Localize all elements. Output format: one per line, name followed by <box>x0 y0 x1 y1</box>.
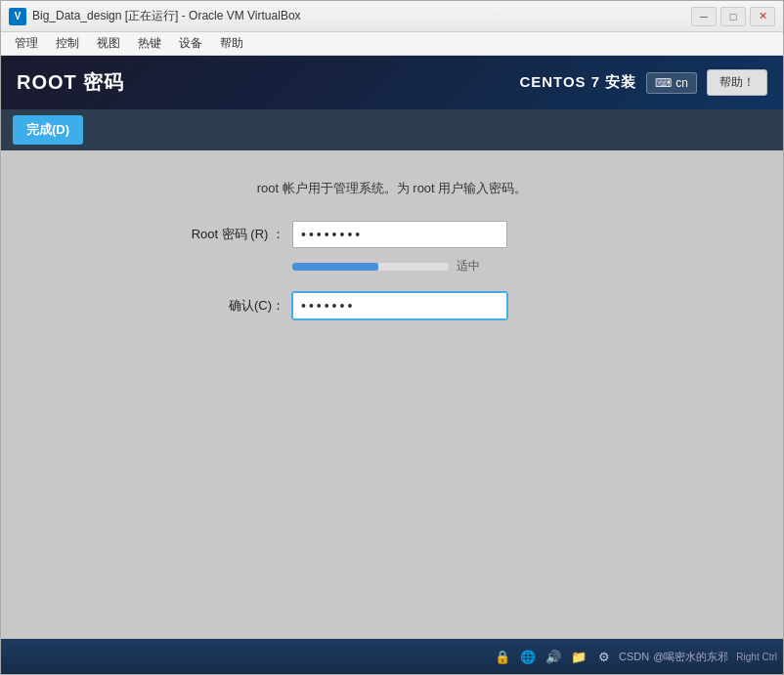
close-button[interactable]: ✕ <box>750 7 775 26</box>
keyboard-indicator[interactable]: ⌨ cn <box>646 72 697 94</box>
menu-manage[interactable]: 管理 <box>7 33 46 54</box>
menu-bar: 管理 控制 视图 热键 设备 帮助 <box>1 32 783 56</box>
strength-bar <box>292 263 449 271</box>
csdn-text: CSDN <box>619 651 649 662</box>
window-title: Big_Data_design [正在运行] - Oracle VM Virtu… <box>32 8 691 24</box>
confirm-password-row: 确认(C)： <box>157 292 627 319</box>
menu-view[interactable]: 视图 <box>89 33 128 54</box>
right-ctrl-text: Right Ctrl <box>736 652 777 662</box>
keyboard-lang: cn <box>675 76 688 90</box>
strength-row: 适中 <box>292 258 627 274</box>
maximize-button[interactable]: □ <box>720 7 746 26</box>
app-icon: V <box>9 8 26 25</box>
window-controls: ─ □ ✕ <box>691 7 775 26</box>
root-password-label: Root 密码 (R) ： <box>157 226 284 243</box>
installer-right: CENTOS 7 安装 ⌨ cn 帮助！ <box>519 69 767 96</box>
done-button[interactable]: 完成(D) <box>13 115 83 145</box>
strength-fill <box>292 263 378 271</box>
form-description: root 帐户用于管理系统。为 root 用户输入密码。 <box>257 180 528 197</box>
taskbar-icon-3[interactable]: 🔊 <box>543 646 564 667</box>
taskbar-icon-2[interactable]: 🌐 <box>517 646 539 667</box>
help-button[interactable]: 帮助！ <box>707 69 767 96</box>
strength-label: 适中 <box>457 258 480 274</box>
installer-topbar: ROOT 密码 CENTOS 7 安装 ⌨ cn 帮助！ <box>1 56 783 109</box>
root-password-row: Root 密码 (R) ： <box>157 221 627 248</box>
main-window: V Big_Data_design [正在运行] - Oracle VM Vir… <box>0 0 784 675</box>
page-title: ROOT 密码 <box>17 69 124 96</box>
taskbar: 🔒 🌐 🔊 📁 ⚙ CSDN @喝密水的东邪 Right Ctrl <box>1 639 783 674</box>
vm-content: ROOT 密码 CENTOS 7 安装 ⌨ cn 帮助！ 完成(D) root … <box>1 56 783 674</box>
minimize-button[interactable]: ─ <box>691 7 717 26</box>
taskbar-icon-5[interactable]: ⚙ <box>593 646 615 667</box>
page-title-section: ROOT 密码 <box>17 69 124 96</box>
centos-label: CENTOS 7 安装 <box>519 73 636 92</box>
action-bar: 完成(D) <box>1 109 783 150</box>
confirm-label: 确认(C)： <box>157 297 284 315</box>
menu-devices[interactable]: 设备 <box>171 33 210 54</box>
taskbar-icon-4[interactable]: 📁 <box>568 646 589 667</box>
keyboard-icon: ⌨ <box>655 76 672 90</box>
taskbar-icon-1[interactable]: 🔒 <box>492 646 513 667</box>
root-password-input[interactable] <box>292 221 507 248</box>
form-section: Root 密码 (R) ： 适中 确认(C)： <box>157 221 627 319</box>
title-bar: V Big_Data_design [正在运行] - Oracle VM Vir… <box>1 1 783 32</box>
confirm-password-input[interactable] <box>292 292 507 319</box>
menu-hotkeys[interactable]: 热键 <box>130 33 169 54</box>
installer-body: root 帐户用于管理系统。为 root 用户输入密码。 Root 密码 (R)… <box>1 150 783 639</box>
blog-text: @喝密水的东邪 <box>653 650 728 664</box>
menu-help[interactable]: 帮助 <box>212 33 251 54</box>
menu-control[interactable]: 控制 <box>48 33 87 54</box>
